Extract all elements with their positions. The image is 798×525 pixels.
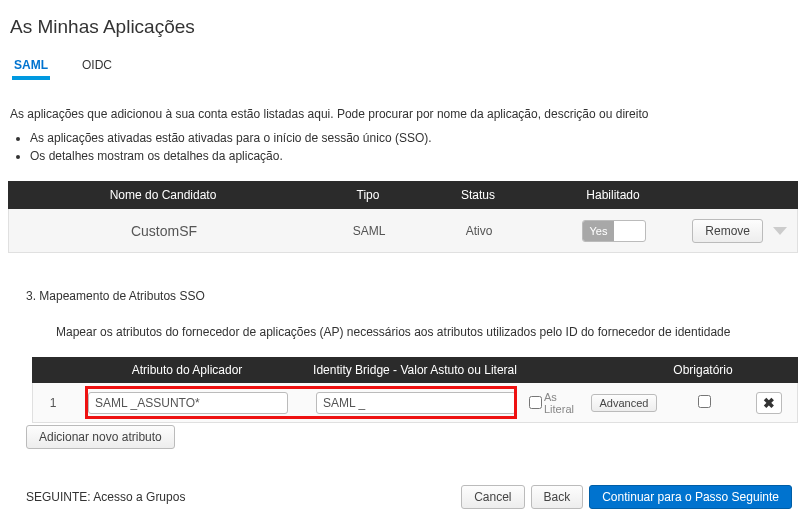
applications-table: Nome do Candidato Tipo Status Habilitado… <box>8 181 798 253</box>
attr-table-row: 1 As Literal Advanced ✖ <box>32 383 798 423</box>
attr-idbridge-input[interactable] <box>316 392 516 414</box>
footer-buttons: Cancel Back Continuar para o Passo Segui… <box>461 485 792 509</box>
app-status: Ativo <box>419 224 539 238</box>
required-checkbox[interactable] <box>698 395 711 408</box>
expand-caret-icon[interactable] <box>773 227 787 235</box>
attr-literal-cell: As Literal <box>529 391 589 415</box>
as-literal-checkbox[interactable] <box>529 396 542 409</box>
back-button[interactable]: Back <box>531 485 584 509</box>
intro-bullet-2: Os detalhes mostram os detalhes da aplic… <box>30 149 798 163</box>
attr-applicator-input[interactable] <box>88 392 288 414</box>
app-table-header: Nome do Candidato Tipo Status Habilitado <box>8 181 798 209</box>
attr-delete-cell: ✖ <box>749 392 789 414</box>
intro-bullets: As aplicações ativadas estão ativadas pa… <box>30 131 798 163</box>
section3-title: 3. Mapeamento de Atributos SSO <box>26 289 798 303</box>
remove-button[interactable]: Remove <box>692 219 763 243</box>
as-literal-label: As Literal <box>544 391 589 415</box>
app-enabled-cell: Yes <box>539 220 689 242</box>
attr-applicator-cell <box>73 392 303 414</box>
tabs: SAML OIDC <box>8 52 798 81</box>
attribute-table: Atributo do Aplicador Identity Bridge - … <box>32 357 798 423</box>
intro-lead: As aplicações que adicionou à sua conta … <box>10 107 798 121</box>
continue-button[interactable]: Continuar para o Passo Seguinte <box>589 485 792 509</box>
attr-col-idbridge: Identity Bridge - Valor Astuto ou Litera… <box>302 363 528 377</box>
toggle-off-side <box>614 221 645 241</box>
intro-bullet-1: As aplicações ativadas estão ativadas pa… <box>30 131 798 145</box>
delete-row-icon[interactable]: ✖ <box>756 392 782 414</box>
app-name: CustomSF <box>9 223 319 239</box>
section3-desc: Mapear os atributos do fornecedor de apl… <box>56 325 798 339</box>
enabled-toggle[interactable]: Yes <box>582 220 646 242</box>
attr-col-applicator: Atributo do Aplicador <box>72 363 302 377</box>
advanced-button[interactable]: Advanced <box>591 394 658 412</box>
add-attribute-button[interactable]: Adicionar novo atributo <box>26 425 175 449</box>
add-attribute-wrap: Adicionar novo atributo <box>26 425 798 449</box>
cancel-button[interactable]: Cancel <box>461 485 524 509</box>
attr-advanced-cell: Advanced <box>589 394 659 412</box>
attr-col-required: Obrigatório <box>658 363 748 377</box>
page-root: As Minhas Aplicações SAML OIDC As aplica… <box>0 0 798 519</box>
col-header-name: Nome do Candidato <box>8 188 318 202</box>
footer: SEGUINTE: Acesso a Grupos Cancel Back Co… <box>26 485 798 509</box>
tab-oidc[interactable]: OIDC <box>80 52 114 80</box>
app-actions: Remove <box>689 219 797 243</box>
attr-idbridge-cell <box>303 392 529 414</box>
col-header-enabled: Habilitado <box>538 188 688 202</box>
app-type: SAML <box>319 224 419 238</box>
attr-required-cell <box>659 395 749 411</box>
section-sso-mapping: 3. Mapeamento de Atributos SSO Mapear os… <box>26 289 798 509</box>
tab-saml[interactable]: SAML <box>12 52 50 80</box>
attr-table-header: Atributo do Aplicador Identity Bridge - … <box>32 357 798 383</box>
app-table-row: CustomSF SAML Ativo Yes Remove <box>8 209 798 253</box>
col-header-type: Tipo <box>318 188 418 202</box>
attr-row-index: 1 <box>33 396 73 410</box>
toggle-on-label: Yes <box>583 221 614 241</box>
page-title: As Minhas Aplicações <box>10 16 798 38</box>
footer-next-label: SEGUINTE: Acesso a Grupos <box>26 490 461 504</box>
col-header-status: Status <box>418 188 538 202</box>
